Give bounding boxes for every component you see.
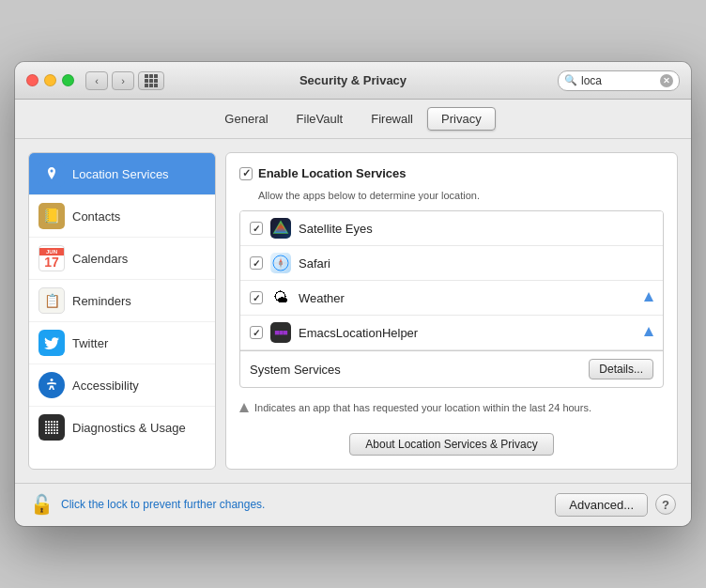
satellite-name: Satellite Eyes	[299, 222, 653, 236]
svg-rect-24	[54, 432, 55, 434]
grid-view-button[interactable]	[138, 71, 164, 90]
app-row-safari: Safari	[240, 246, 663, 281]
svg-rect-19	[54, 429, 55, 431]
svg-rect-10	[56, 424, 58, 426]
svg-rect-13	[51, 426, 53, 428]
svg-rect-4	[54, 421, 55, 423]
enable-location-row: Enable Location Services	[239, 166, 664, 180]
sidebar-item-diagnostics[interactable]: Diagnostics & Usage	[29, 407, 215, 448]
svg-point-0	[51, 379, 54, 381]
emacs-checkbox[interactable]	[250, 326, 263, 339]
enable-location-checkbox[interactable]	[239, 167, 253, 180]
sidebar-label-twitter: Twitter	[72, 336, 108, 350]
advanced-button[interactable]: Advanced...	[555, 493, 648, 517]
grid-icon	[145, 74, 158, 87]
forward-button[interactable]: ›	[112, 71, 134, 90]
svg-rect-7	[48, 424, 50, 426]
main-panel: Enable Location Services Allow the apps …	[225, 152, 678, 469]
tab-firewall[interactable]: Firewall	[357, 107, 427, 131]
sidebar-item-accessibility[interactable]: Accessibility	[29, 364, 215, 407]
svg-marker-34	[644, 327, 653, 336]
safari-name: Safari	[299, 256, 653, 271]
help-button[interactable]: ?	[655, 494, 676, 515]
window-title: Security & Privacy	[299, 73, 407, 87]
titlebar: ‹ › Security & Privacy 🔍 loca ✕	[15, 62, 691, 100]
svg-rect-1	[45, 421, 47, 423]
weather-name: Weather	[299, 291, 637, 305]
sidebar-label-calendars: Calendars	[72, 252, 128, 266]
contacts-icon: 📒	[38, 203, 65, 229]
safari-icon	[270, 253, 291, 273]
apps-list: Satellite Eyes Safari	[239, 210, 664, 388]
tabs-bar: General FileVault Firewall Privacy	[15, 100, 691, 139]
twitter-icon	[38, 330, 65, 356]
svg-rect-21	[45, 432, 47, 434]
search-box[interactable]: 🔍 loca ✕	[558, 70, 680, 91]
svg-marker-33	[644, 292, 653, 302]
location-icon	[38, 161, 65, 187]
emacs-name: EmacsLocationHelper	[299, 326, 637, 340]
sidebar-item-calendars[interactable]: JUN 17 Calendars	[29, 238, 215, 280]
sidebar-label-diagnostics: Diagnostics & Usage	[72, 421, 186, 435]
svg-rect-5	[56, 421, 58, 423]
minimize-button[interactable]	[44, 74, 56, 86]
weather-icon: 🌤	[270, 287, 291, 308]
info-arrow-icon	[239, 402, 249, 415]
system-services-row: System Services Details...	[240, 350, 663, 387]
calendars-icon: JUN 17	[38, 245, 65, 271]
about-button[interactable]: About Location Services & Privacy	[349, 433, 553, 456]
emacs-icon: ■■■	[270, 322, 291, 343]
info-text: Indicates an app that has requested your…	[254, 401, 591, 415]
safari-checkbox[interactable]	[250, 256, 263, 270]
sidebar-label-reminders: Reminders	[72, 294, 131, 308]
satellite-eyes-icon	[270, 218, 291, 239]
sidebar-item-location[interactable]: Location Services	[29, 153, 215, 195]
svg-rect-2	[48, 421, 50, 423]
sidebar-item-twitter[interactable]: Twitter	[29, 322, 215, 364]
svg-rect-8	[51, 424, 53, 426]
enable-location-description: Allow the apps below to determine your l…	[258, 190, 664, 201]
sidebar-label-contacts: Contacts	[72, 209, 120, 224]
svg-rect-9	[54, 424, 55, 426]
svg-rect-25	[56, 432, 58, 434]
svg-rect-3	[51, 421, 53, 423]
weather-checkbox[interactable]	[250, 291, 263, 304]
accessibility-icon	[38, 372, 65, 398]
lock-icon[interactable]: 🔓	[30, 493, 54, 516]
reminders-icon: 📋	[38, 287, 65, 314]
lock-text[interactable]: Click the lock to prevent further change…	[61, 498, 265, 511]
search-icon: 🔍	[564, 74, 577, 86]
svg-rect-16	[45, 429, 47, 431]
svg-rect-15	[56, 426, 58, 428]
sidebar-label-accessibility: Accessibility	[72, 379, 139, 393]
svg-rect-18	[51, 429, 53, 431]
traffic-lights	[26, 74, 74, 86]
sidebar-label-location: Location Services	[72, 167, 169, 181]
nav-buttons: ‹ ›	[85, 71, 134, 90]
svg-rect-23	[51, 432, 53, 434]
system-services-label: System Services	[250, 363, 589, 377]
sidebar-item-contacts[interactable]: 📒 Contacts	[29, 195, 215, 238]
satellite-checkbox[interactable]	[250, 222, 263, 235]
back-button[interactable]: ‹	[85, 71, 108, 90]
svg-rect-17	[48, 429, 50, 431]
maximize-button[interactable]	[62, 74, 74, 86]
close-button[interactable]	[26, 74, 38, 86]
info-row: Indicates an app that has requested your…	[239, 397, 664, 419]
enable-location-label: Enable Location Services	[258, 166, 407, 180]
svg-rect-20	[56, 429, 58, 431]
svg-rect-11	[45, 426, 47, 428]
emacs-location-arrow	[644, 326, 653, 339]
svg-rect-12	[48, 426, 50, 428]
app-row-emacs: ■■■ EmacsLocationHelper	[240, 316, 663, 350]
svg-marker-35	[239, 403, 249, 412]
tab-general[interactable]: General	[210, 107, 282, 131]
sidebar-item-reminders[interactable]: 📋 Reminders	[29, 280, 215, 322]
svg-marker-27	[274, 222, 287, 233]
tab-filevault[interactable]: FileVault	[283, 107, 358, 131]
tab-privacy[interactable]: Privacy	[427, 107, 496, 131]
details-button[interactable]: Details...	[589, 359, 653, 379]
svg-rect-6	[45, 424, 47, 426]
app-row-weather: 🌤 Weather	[240, 281, 663, 316]
search-clear-button[interactable]: ✕	[660, 74, 673, 87]
